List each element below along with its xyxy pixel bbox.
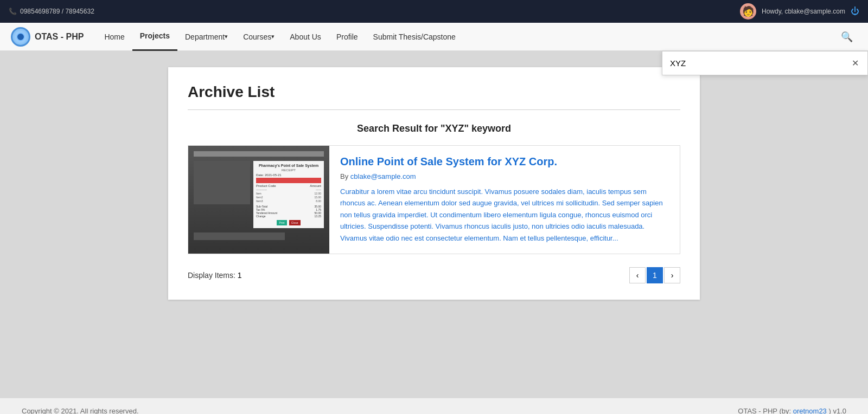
phone-number: 09854698789 / 78945632 xyxy=(20,8,94,15)
nav-profile[interactable]: Profile xyxy=(329,23,366,51)
nav-department[interactable]: Department xyxy=(177,23,235,51)
phone-icon: 📞 xyxy=(9,8,17,15)
display-items: Display Items: 1 xyxy=(188,271,242,280)
display-items-label: Display Items: xyxy=(188,271,235,280)
footer: Copyright © 2021. All rights reserved. O… xyxy=(0,398,868,414)
logo-inner xyxy=(16,33,25,41)
logo-text: OTAS - PHP xyxy=(35,32,84,42)
nav-home[interactable]: Home xyxy=(97,23,132,51)
pagination-next[interactable]: › xyxy=(664,267,680,283)
footer-credit-author[interactable]: oretnom23 xyxy=(793,407,827,414)
search-toggle-button[interactable]: 🔍 xyxy=(837,27,857,47)
logout-icon[interactable]: ⏻ xyxy=(851,7,859,16)
nav-logo: OTAS - PHP xyxy=(11,27,84,47)
top-bar-left: 📞 09854698789 / 78945632 xyxy=(9,8,94,15)
footer-copyright: Copyright © 2021. All rights reserved. xyxy=(22,407,139,414)
footer-credit-suffix: ) v1.0 xyxy=(828,407,846,414)
footer-credit-prefix: OTAS - PHP (by: xyxy=(738,407,791,414)
display-count: 1 xyxy=(238,271,242,280)
main-background: Archive List Search Result for "XYZ" key… xyxy=(0,51,868,398)
logo-icon xyxy=(11,27,30,47)
pagination-controls: ‹ 1 › xyxy=(629,267,680,283)
footer-credit: OTAS - PHP (by: oretnom23 ) v1.0 xyxy=(738,407,846,414)
result-title[interactable]: Online Point of Sale System for XYZ Corp… xyxy=(340,156,669,168)
nav-projects[interactable]: Projects xyxy=(132,23,177,51)
archive-title: Archive List xyxy=(188,83,680,101)
pagination-prev[interactable]: ‹ xyxy=(629,267,646,283)
nav-courses[interactable]: Courses xyxy=(235,23,282,51)
nav-about[interactable]: About Us xyxy=(282,23,329,51)
top-bar-right: 🧑 Howdy, cblake@sample.com ⏻ xyxy=(740,3,859,20)
search-result-heading: Search Result for "XYZ" keyword xyxy=(188,123,680,134)
avatar-image: 🧑 xyxy=(740,3,756,20)
search-input[interactable] xyxy=(667,56,847,70)
top-bar: 📞 09854698789 / 78945632 🧑 Howdy, cblake… xyxy=(0,0,868,23)
search-clear-button[interactable]: ✕ xyxy=(847,56,863,70)
pagination-row: Display Items: 1 ‹ 1 › xyxy=(188,267,680,283)
result-author: By cblake@sample.com xyxy=(340,172,669,180)
thumbnail-mock: Pharmacy's Point of Sale System RECEIPT … xyxy=(188,146,329,254)
pagination-page-1[interactable]: 1 xyxy=(647,267,663,283)
thumb-header xyxy=(194,151,324,157)
result-excerpt: Curabitur a lorem vitae arcu tincidunt s… xyxy=(340,186,669,244)
content-card: Archive List Search Result for "XYZ" key… xyxy=(168,67,700,300)
nav-links: Home Projects Department Courses About U… xyxy=(97,23,837,51)
author-label: By xyxy=(340,172,348,180)
result-content: Online Point of Sale System for XYZ Corp… xyxy=(329,146,680,254)
result-item: Pharmacy's Point of Sale System RECEIPT … xyxy=(188,145,680,254)
search-dropdown: ✕ xyxy=(662,51,868,75)
navbar: OTAS - PHP Home Projects Department Cour… xyxy=(0,23,868,51)
howdy-text: Howdy, cblake@sample.com xyxy=(762,8,845,15)
result-thumbnail: Pharmacy's Point of Sale System RECEIPT … xyxy=(188,146,329,254)
author-link[interactable]: cblake@sample.com xyxy=(350,172,416,180)
avatar: 🧑 xyxy=(740,3,756,20)
title-divider xyxy=(188,109,680,110)
nav-submit-thesis[interactable]: Submit Thesis/Capstone xyxy=(366,23,463,51)
